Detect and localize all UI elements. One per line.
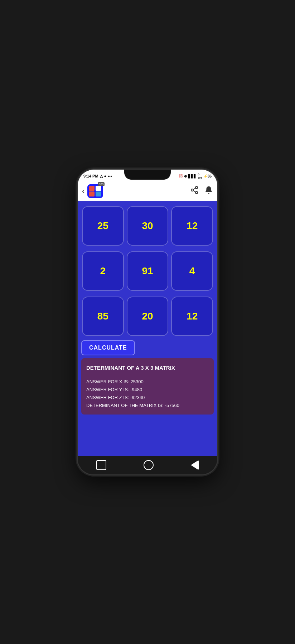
- main-content: 25 30 12 2 91 4 85: [78, 201, 217, 456]
- share-icon[interactable]: [190, 186, 199, 196]
- matrix-value-2-1: 20: [142, 311, 153, 322]
- logo-cell-1: [89, 186, 95, 191]
- logo-badge: 889: [98, 182, 105, 186]
- svg-line-3: [193, 190, 196, 192]
- matrix-cell-0-1[interactable]: 30: [127, 206, 169, 246]
- matrix-cell-1-0[interactable]: 2: [82, 251, 124, 291]
- result-answer-x: ANSWER FOR X IS: 25300: [86, 378, 209, 386]
- status-right: ⏰ ⊕ ▋▋▋ 0B/s ⚡86: [179, 173, 212, 179]
- calculate-button[interactable]: CALCULATE: [81, 340, 135, 355]
- dots-icon: •••: [108, 174, 112, 178]
- nav-square-button[interactable]: [96, 460, 106, 470]
- logo-cell-4: [96, 191, 101, 196]
- matrix-row-1: 25 30 12: [81, 205, 214, 247]
- matrix-row-3: 85 20 12: [81, 295, 214, 337]
- result-title: DETERMINANT OF A 3 X 3 MATRIX: [86, 363, 209, 373]
- app-bar-left: ‹ 889: [82, 184, 103, 198]
- nav-back-button[interactable]: [191, 460, 199, 470]
- result-answer-z: ANSWER FOR Z IS: -92340: [86, 394, 209, 402]
- matrix-cell-2-0[interactable]: 85: [82, 297, 124, 336]
- app-bar-right: [190, 186, 213, 196]
- matrix-value-1-1: 91: [142, 265, 153, 277]
- matrix-value-1-0: 2: [100, 265, 106, 277]
- result-divider: [86, 375, 209, 375]
- status-left: 9:14 PM △ ● •••: [83, 174, 112, 179]
- nav-home-button[interactable]: [144, 460, 154, 470]
- app-logo: 889: [87, 184, 103, 198]
- result-determinant: DETERMINANT OF THE MATRIX IS: -57560: [86, 402, 209, 409]
- matrix-value-1-2: 4: [189, 265, 195, 277]
- logo-cell-2: [96, 186, 101, 191]
- matrix-value-0-2: 12: [187, 220, 198, 232]
- matrix-cell-0-2[interactable]: 12: [171, 206, 213, 246]
- matrix-cell-2-1[interactable]: 20: [127, 297, 169, 336]
- matrix-cell-1-1[interactable]: 91: [127, 251, 169, 291]
- matrix-value-2-0: 85: [97, 311, 108, 322]
- signal-icon: ▋▋▋: [188, 174, 197, 178]
- bell-icon[interactable]: [204, 186, 213, 196]
- bottom-nav: [78, 456, 217, 474]
- phone-frame: 9:14 PM △ ● ••• ⏰ ⊕ ▋▋▋ 0B/s ⚡86 ‹ 889: [78, 170, 217, 474]
- circle-status-icon: ●: [104, 174, 107, 178]
- gps-icon: ⊕: [184, 174, 187, 178]
- result-answer-y: ANSWER FOR Y IS: -9480: [86, 386, 209, 394]
- matrix-value-0-1: 30: [142, 220, 153, 232]
- battery-icon: ⚡86: [203, 174, 212, 178]
- data-speed-icon: 0B/s: [198, 173, 202, 179]
- matrix-cell-0-0[interactable]: 25: [82, 206, 124, 246]
- alarm-icon: ⏰: [179, 174, 183, 178]
- matrix-cell-1-2[interactable]: 4: [171, 251, 213, 291]
- matrix-row-2: 2 91 4: [81, 250, 214, 292]
- logo-cell-3: [89, 191, 95, 196]
- matrix-value-0-0: 25: [97, 220, 108, 232]
- result-box: DETERMINANT OF A 3 X 3 MATRIX ANSWER FOR…: [81, 358, 214, 415]
- time-display: 9:14 PM: [83, 174, 98, 178]
- svg-line-4: [193, 188, 196, 189]
- matrix-value-2-2: 12: [187, 311, 198, 322]
- back-button[interactable]: ‹: [82, 186, 84, 196]
- status-bar: 9:14 PM △ ● ••• ⏰ ⊕ ▋▋▋ 0B/s ⚡86: [78, 170, 217, 181]
- matrix-cell-2-2[interactable]: 12: [171, 297, 213, 336]
- alert-icon: △: [100, 174, 103, 179]
- app-bar: ‹ 889: [78, 181, 217, 201]
